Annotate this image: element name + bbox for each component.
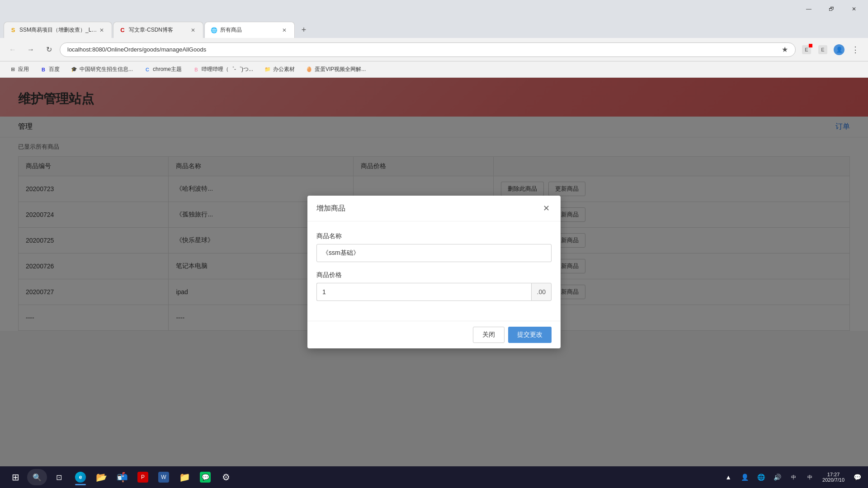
price-input-wrapper: .00 [316, 283, 552, 301]
address-bar[interactable]: localhost:8080/OnlineOrders/goods/manage… [60, 42, 796, 57]
new-tab-button[interactable]: + [296, 22, 312, 38]
price-label: 商品价格 [316, 271, 552, 279]
taskbar-files-app[interactable]: 📂 [91, 468, 111, 486]
bookmark-grad-label: 中国研究生招生信息... [80, 66, 133, 73]
extension-1-icon[interactable]: E [799, 42, 814, 57]
bookmark-apps-label: 应用 [18, 66, 29, 73]
tab-2[interactable]: C 写文章-CSDN博客 ✕ [113, 22, 203, 38]
tab-3-close[interactable]: ✕ [280, 26, 289, 35]
chrome-theme-favicon: C [144, 66, 151, 73]
tab-1-favicon: S [9, 27, 17, 34]
tab-1-title: SSM商易项目（增删改查）_Lite... [19, 26, 97, 34]
search-button[interactable]: 🔍 [27, 469, 47, 485]
price-input[interactable] [316, 283, 531, 301]
modal-header: 增加商品 ✕ [307, 196, 561, 221]
bookmark-grad[interactable]: 🎓 中国研究生招生信息... [67, 64, 137, 75]
bookmark-chrome-theme-label: chrome主题 [153, 66, 182, 73]
taskbar-settings-app[interactable]: ⚙ [216, 468, 236, 486]
cancel-button[interactable]: 关闭 [473, 327, 505, 343]
tray-person[interactable]: 👤 [737, 470, 752, 484]
forward-button[interactable]: → [24, 42, 38, 57]
name-label: 商品名称 [316, 232, 552, 240]
bookmark-chrome-theme[interactable]: C chrome主题 [140, 64, 185, 75]
bookmark-star-icon[interactable]: ★ [782, 45, 788, 54]
modal-overlay: 增加商品 ✕ 商品名称 商品价格 .00 关闭 提交更改 [0, 78, 868, 466]
extension-2-icon[interactable]: E [816, 42, 830, 57]
grad-favicon: 🎓 [71, 66, 78, 73]
taskbar-app1[interactable]: P [133, 468, 153, 486]
name-input[interactable] [316, 244, 552, 262]
taskbar-apps: e 📂 📬 P W 📁 💬 ⚙ [71, 468, 721, 486]
reload-button[interactable]: ↻ [42, 42, 56, 57]
bookmark-bilibili-label: 哔哩哔哩（゜-゜)つ... [202, 66, 253, 73]
bookmark-office[interactable]: 📁 办公素材 [260, 64, 298, 75]
profile-icon[interactable]: 👤 [832, 42, 846, 57]
tray-ime[interactable]: 中 [802, 470, 817, 484]
taskbar-wechat-app[interactable]: 💬 [195, 468, 215, 486]
egg-favicon: 🥚 [306, 66, 313, 73]
bookmark-baidu[interactable]: B 百度 [36, 64, 63, 75]
bookmark-egg[interactable]: 🥚 蛋蛋VIP视频全网解... [302, 64, 369, 75]
price-form-group: 商品价格 .00 [316, 271, 552, 301]
baidu-favicon: B [40, 66, 47, 73]
tab-1-close[interactable]: ✕ [97, 26, 106, 35]
taskbar-tray: ▲ 👤 🌐 🔊 中 中 17:27 2020/7/10 💬 [721, 470, 864, 484]
start-button[interactable]: ⊞ [4, 468, 27, 486]
task-view-button[interactable]: ⊡ [49, 468, 69, 486]
bookmark-apps[interactable]: ⊞ 应用 [5, 64, 33, 75]
taskbar-explorer-app[interactable]: 📁 [175, 468, 194, 486]
address-text: localhost:8080/OnlineOrders/goods/manage… [67, 46, 780, 53]
taskbar-word-app[interactable]: W [154, 468, 174, 486]
modal-title: 增加商品 [316, 204, 345, 213]
taskbar-edge-app[interactable]: e [71, 468, 90, 486]
tab-1[interactable]: S SSM商易项目（增删改查）_Lite... ✕ [4, 22, 112, 38]
tray-volume[interactable]: 🔊 [770, 470, 784, 484]
bookmark-baidu-label: 百度 [49, 66, 60, 73]
back-button[interactable]: ← [5, 42, 20, 57]
bookmark-egg-label: 蛋蛋VIP视频全网解... [315, 66, 366, 73]
apps-favicon: ⊞ [9, 66, 16, 73]
bilibili-favicon: B [193, 66, 200, 73]
tray-keyboard[interactable]: 中 [786, 470, 801, 484]
modal-close-button[interactable]: ✕ [541, 203, 552, 214]
tray-network[interactable]: 🌐 [754, 470, 768, 484]
bookmark-office-label: 办公素材 [273, 66, 295, 73]
tab-3[interactable]: 🌐 所有商品 ✕ [204, 22, 295, 38]
modal-footer: 关闭 提交更改 [307, 321, 561, 348]
tab-3-favicon: 🌐 [210, 27, 217, 34]
tray-chevron[interactable]: ▲ [721, 470, 736, 484]
modal-body: 商品名称 商品价格 .00 [307, 221, 561, 321]
tab-3-title: 所有商品 [220, 26, 280, 34]
close-button[interactable]: ✕ [844, 2, 864, 16]
menu-icon[interactable]: ⋮ [848, 42, 863, 57]
tab-2-close[interactable]: ✕ [189, 26, 198, 35]
tab-2-favicon: C [119, 27, 126, 34]
minimize-button[interactable]: — [798, 2, 819, 16]
taskbar-mail-app[interactable]: 📬 [112, 468, 132, 486]
clock-time: 17:27 [827, 472, 840, 477]
maximize-button[interactable]: 🗗 [821, 2, 842, 16]
name-form-group: 商品名称 [316, 232, 552, 262]
tab-2-title: 写文章-CSDN博客 [129, 26, 189, 34]
office-favicon: 📁 [264, 66, 271, 73]
clock-date: 2020/7/10 [822, 477, 844, 483]
bookmark-bilibili[interactable]: B 哔哩哔哩（゜-゜)つ... [189, 64, 257, 75]
taskbar: ⊞ 🔍 ⊡ e 📂 📬 P W 📁 💬 ⚙ ▲ 👤 [0, 466, 868, 488]
price-suffix: .00 [531, 283, 552, 301]
add-goods-modal: 增加商品 ✕ 商品名称 商品价格 .00 关闭 提交更改 [307, 196, 561, 348]
clock-display[interactable]: 17:27 2020/7/10 [819, 472, 848, 483]
submit-button[interactable]: 提交更改 [508, 327, 552, 343]
notification-button[interactable]: 💬 [850, 470, 864, 484]
